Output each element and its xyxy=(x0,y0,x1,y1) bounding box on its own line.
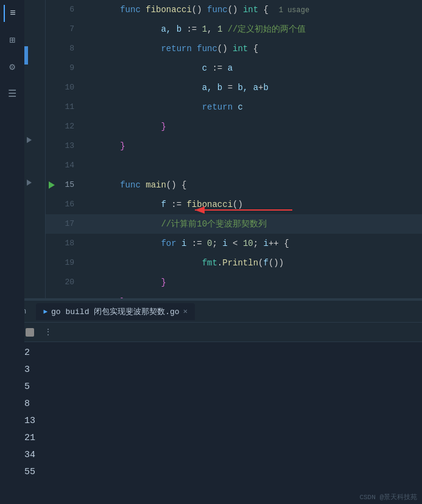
collapse-icon-1 xyxy=(27,137,32,143)
token: fmt xyxy=(202,258,217,268)
token: return xyxy=(161,44,197,54)
terminal-tab-gobuild[interactable]: ▶ go build 闭包实现斐波那契数.go ✕ xyxy=(36,303,194,320)
token: i xyxy=(264,239,269,248)
token: fibonacci xyxy=(146,5,192,15)
run-indicator-15[interactable] xyxy=(46,181,58,189)
output-line-4: 13 xyxy=(24,413,417,430)
token: func xyxy=(197,44,217,54)
token: b xyxy=(263,83,268,93)
stop-button[interactable] xyxy=(23,326,37,339)
line-number-10: 10 xyxy=(58,78,79,97)
line-number-16: 16 xyxy=(58,195,79,214)
line-number-19: 19 xyxy=(58,253,79,273)
token: 10 xyxy=(243,239,253,248)
code-line-7: 7 a, b := 1, 1 //定义初始的两个值 xyxy=(46,19,422,39)
token: a, b xyxy=(202,83,228,93)
token: Println xyxy=(222,258,258,268)
terminal-tabs: Run ▶ go build 闭包实现斐波那契数.go ✕ xyxy=(0,301,422,323)
line-content-12: } xyxy=(79,117,422,136)
code-line-15: 15 func main() { xyxy=(46,175,422,195)
token: := xyxy=(192,239,207,248)
activity-icon-menu[interactable]: ≡ xyxy=(4,5,21,22)
output-line-7: 55 xyxy=(24,464,417,481)
token xyxy=(79,44,161,54)
token: i xyxy=(181,239,192,248)
line-number-14: 14 xyxy=(58,156,79,175)
output-line-0: 2 xyxy=(24,345,417,362)
line-number-12: 12 xyxy=(58,117,79,136)
token: 1 xyxy=(202,24,207,34)
activity-icon-list[interactable]: ☰ xyxy=(4,85,21,102)
line-content-11: return c xyxy=(79,97,422,117)
output-line-3: 8 xyxy=(24,396,417,413)
token: f xyxy=(161,200,171,209)
token: //定义初始的两个值 xyxy=(228,24,306,34)
token: := xyxy=(171,200,186,209)
code-line-9: 9 c := a xyxy=(46,58,422,78)
code-line-19: 19 fmt.Println(f()) xyxy=(46,253,422,273)
code-line-11: 11 return c xyxy=(46,97,422,117)
token: . xyxy=(217,258,222,268)
token: for xyxy=(161,239,181,248)
token: () xyxy=(228,5,243,15)
token: { xyxy=(258,5,279,15)
token xyxy=(79,5,120,15)
output-line-6: 34 xyxy=(24,447,417,464)
output-line-2: 5 xyxy=(24,379,417,396)
token: , xyxy=(207,24,217,34)
token: func xyxy=(120,5,146,15)
token: } xyxy=(161,122,166,131)
editor-area: 6 func fibonacci() func() int { 1 usage7… xyxy=(46,0,422,298)
token: main xyxy=(146,180,166,190)
token xyxy=(79,239,161,248)
line-number-20: 20 xyxy=(58,273,79,292)
side-panel-item-2 xyxy=(24,177,45,189)
line-content-20: } xyxy=(79,273,422,292)
code-line-16: 16 f := fibonacci() xyxy=(46,195,422,214)
watermark: CSDN @景天科技苑 xyxy=(359,492,417,502)
token: := xyxy=(212,63,227,73)
line-content-7: a, b := 1, 1 //定义初始的两个值 xyxy=(79,19,422,39)
token: 1 xyxy=(217,24,228,34)
code-line-18: 18 for i := 0; i < 10; i++ { xyxy=(46,234,422,253)
tab-close-icon[interactable]: ✕ xyxy=(183,307,188,316)
output-line-5: 21 xyxy=(24,430,417,447)
token: ++ { xyxy=(269,239,289,248)
line-content-13: } xyxy=(79,136,422,156)
activity-bar: ≡ ⊞ ⚙ ☰ xyxy=(0,0,24,504)
activity-icon-grid[interactable]: ⊞ xyxy=(4,32,21,49)
line-content-16: f := fibonacci() xyxy=(79,195,422,214)
token: } xyxy=(120,141,125,151)
token: fibonacci xyxy=(186,200,233,209)
line-content-8: return func() int { xyxy=(79,39,422,58)
token: i xyxy=(222,239,233,248)
line-number-15: 15 xyxy=(58,175,79,195)
token: b, a xyxy=(237,83,258,93)
token xyxy=(79,278,161,287)
token: () xyxy=(233,200,243,209)
token: 1 usage xyxy=(279,6,309,15)
activity-icon-settings[interactable]: ⚙ xyxy=(4,58,21,75)
line-number-7: 7 xyxy=(58,19,79,39)
code-line-6: 6 func fibonacci() func() int { 1 usage xyxy=(46,0,422,19)
terminal-toolbar: ↺ ⋮ xyxy=(0,323,422,342)
output-lines: 235813213455 xyxy=(24,345,417,481)
token: int xyxy=(233,44,248,54)
token: //计算前10个斐波那契数列 xyxy=(161,219,267,229)
token: := xyxy=(186,24,202,34)
token: c xyxy=(237,102,242,112)
side-panel xyxy=(24,0,46,298)
token: ()) xyxy=(269,258,284,268)
token: () { xyxy=(166,180,187,190)
token: { xyxy=(248,44,258,54)
token: ; xyxy=(253,239,264,248)
token: = xyxy=(228,83,238,93)
token xyxy=(79,24,161,34)
code-line-12: 12 } xyxy=(46,117,422,136)
line-number-9: 9 xyxy=(58,58,79,78)
token xyxy=(79,258,202,268)
terminal-area: Run ▶ go build 闭包实现斐波那契数.go ✕ ↺ ⋮ ↑ ↓ ≡↵… xyxy=(0,301,422,504)
token xyxy=(79,200,161,209)
gobuild-tab-label: go build 闭包实现斐波那契数.go xyxy=(51,306,180,317)
more-button[interactable]: ⋮ xyxy=(41,326,55,339)
